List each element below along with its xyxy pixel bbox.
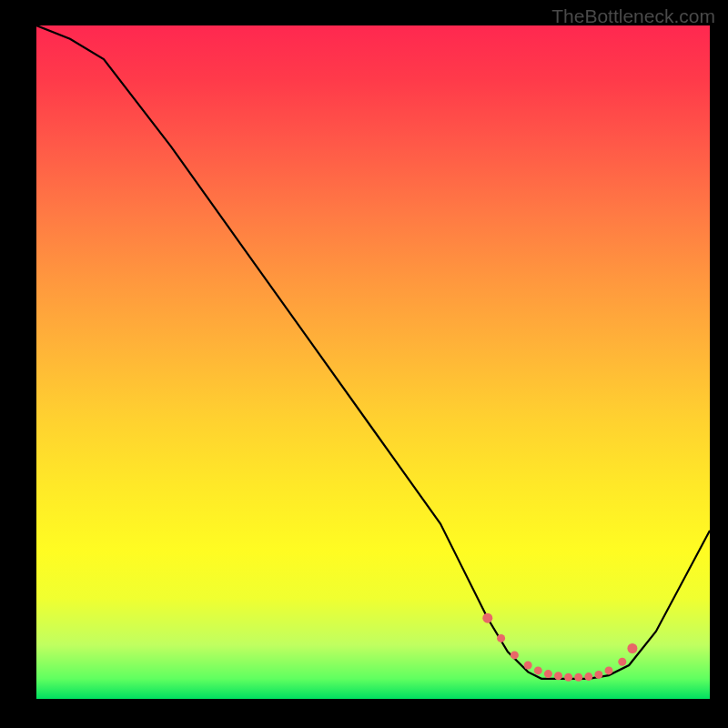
marker-point <box>564 673 572 682</box>
marker-point <box>584 672 592 681</box>
marker-point <box>544 670 552 678</box>
marker-point <box>554 672 562 680</box>
marker-point <box>605 666 613 674</box>
marker-point <box>497 634 505 642</box>
marker-point <box>534 666 542 674</box>
marker-point <box>511 651 519 659</box>
chart-svg <box>36 25 710 699</box>
marker-point <box>627 643 637 653</box>
chart-container: TheBottleneck.com <box>0 0 728 728</box>
plot-area <box>36 25 710 699</box>
bottleneck-curve <box>36 25 710 679</box>
marker-point <box>524 662 532 670</box>
marker-point <box>594 671 602 679</box>
watermark-text: TheBottleneck.com <box>551 5 715 27</box>
marker-point <box>618 658 626 666</box>
marker-point <box>574 673 582 682</box>
marker-point <box>482 613 492 623</box>
